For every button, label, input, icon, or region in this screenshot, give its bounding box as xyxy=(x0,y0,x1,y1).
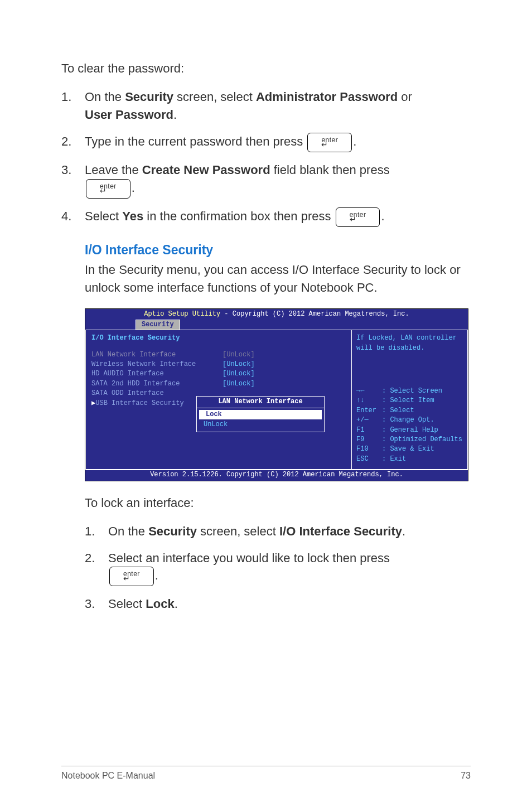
bios-header-copy: - Copyright (C) 2012 American Megatrends… xyxy=(220,310,409,318)
bios-screenshot: Aptio Setup Utility - Copyright (C) 2012… xyxy=(85,308,468,481)
t: Create New Password xyxy=(142,163,270,177)
popup-item-unlock: UnLock xyxy=(197,420,324,429)
bios-footer: Version 2.15.1226. Copyright (C) 2012 Am… xyxy=(85,470,468,480)
hint-k: →← xyxy=(356,386,382,396)
t: Yes xyxy=(122,209,143,223)
hint-v: : Save & Exit xyxy=(382,445,434,454)
t: . xyxy=(173,108,177,122)
bios-row-value: [UnLock] xyxy=(223,379,255,389)
t: On the xyxy=(85,90,125,104)
t: Security xyxy=(148,524,197,538)
step-num: 2. xyxy=(85,549,108,587)
bios-row-value: [UnLock] xyxy=(223,369,255,379)
hint-v: : Optimized Defaults xyxy=(382,435,462,445)
step-2: 2. Type in the current password then pre… xyxy=(61,133,471,152)
t: screen, select xyxy=(197,524,279,538)
bios-row-sata2: SATA 2nd HDD Interface[UnLock] xyxy=(91,379,347,389)
bios-hint-keys: →←: Select Screen ↑↓: Select Item Enter:… xyxy=(356,386,463,464)
bios-main-panel: I/O Interface Security LAN Network Inter… xyxy=(85,330,352,470)
t: . xyxy=(353,134,356,148)
hint-k: +/— xyxy=(356,416,382,425)
t: Select xyxy=(108,597,146,611)
step-num: 3. xyxy=(85,595,108,613)
popup-title: LAN Network Interface xyxy=(197,397,324,408)
enter-key-icon: enter↵ xyxy=(86,179,130,199)
io-section-title: I/O Interface Security xyxy=(85,243,471,258)
t: or xyxy=(398,90,412,104)
enter-key-icon: enter↵ xyxy=(336,207,380,227)
t: Security xyxy=(125,90,173,104)
t: On the xyxy=(108,524,148,538)
t: field blank then press xyxy=(270,163,390,177)
bios-row-label: SATA 2nd HDD Interface xyxy=(91,379,223,389)
t: . xyxy=(175,597,178,611)
step-3: 3. Leave the Create New Password field b… xyxy=(61,161,471,199)
hint-k: ↑↓ xyxy=(356,396,382,405)
bios-row-wireless: Wireless Network Interface[UnLock] xyxy=(91,360,347,369)
hint-v: : Select Item xyxy=(382,396,434,405)
bios-header: Aptio Setup Utility - Copyright (C) 2012… xyxy=(85,309,468,319)
t: . xyxy=(402,524,405,538)
hint-v: : Select Screen xyxy=(382,386,442,396)
enter-key-icon: enter↵ xyxy=(307,133,352,152)
t: . xyxy=(381,209,384,223)
footer-manual-name: Notebook PC E-Manual xyxy=(61,771,155,781)
hint-k: F1 xyxy=(356,426,382,435)
bios-main-title: I/O Interface Security xyxy=(91,334,347,343)
t: . xyxy=(155,569,158,583)
t: Select xyxy=(85,209,122,223)
t: in the confirmation box then press xyxy=(143,209,334,223)
t: Leave the xyxy=(85,163,142,177)
t: screen, select xyxy=(173,90,256,104)
bios-header-title: Aptio Setup Utility xyxy=(144,310,220,318)
bios-row-label: LAN Network Interface xyxy=(91,350,223,360)
bios-body: I/O Interface Security LAN Network Inter… xyxy=(85,330,468,470)
bios-row-hdaudio: HD AUDIO Interface[UnLock] xyxy=(91,369,347,379)
t: Lock xyxy=(146,597,174,611)
step-body: On the Security screen, select I/O Inter… xyxy=(108,523,471,540)
hint-k: Enter xyxy=(356,406,382,416)
hint-k: F9 xyxy=(356,435,382,445)
io-section-text: In the Security menu, you can access I/O… xyxy=(85,261,471,297)
page-footer: Notebook PC E-Manual 73 xyxy=(61,766,471,781)
hint-v: : General Help xyxy=(382,426,438,435)
step-num: 1. xyxy=(61,88,85,124)
hint-v: : Select xyxy=(382,406,414,416)
step-4: 4. Select Yes in the confirmation box th… xyxy=(61,207,471,227)
step-1: 1. On the Security screen, select I/O In… xyxy=(85,523,471,540)
step-1: 1. On the Security screen, select Admini… xyxy=(61,88,471,124)
bios-row-label: HD AUDIO Interface xyxy=(91,369,223,379)
t: I/O Interface Security xyxy=(279,524,402,538)
hint-v: : Change Opt. xyxy=(382,416,434,425)
t: User Password xyxy=(85,108,173,122)
step-body: Select an interface you would like to lo… xyxy=(108,549,471,587)
step-2: 2. Select an interface you would like to… xyxy=(85,549,471,587)
step-num: 2. xyxy=(61,133,85,152)
lead-clear-password: To clear the password: xyxy=(61,61,471,76)
step-body: Leave the Create New Password field blan… xyxy=(85,161,471,199)
step-body: Select Lock. xyxy=(108,595,471,613)
bios-popup: LAN Network Interface Lock UnLock xyxy=(196,396,325,432)
step-body: Type in the current password then press … xyxy=(85,133,471,152)
bios-hint-top: If Locked, LAN controller will be disabl… xyxy=(356,334,463,353)
footer-page-number: 73 xyxy=(461,771,471,781)
hint-v: : Exit xyxy=(382,455,406,464)
t: Select an interface you would like to lo… xyxy=(108,551,390,565)
t: Type in the current password then press xyxy=(85,134,306,148)
step-3: 3. Select Lock. xyxy=(85,595,471,613)
lead-lock-interface: To lock an interface: xyxy=(85,496,471,510)
step-num: 1. xyxy=(85,523,108,540)
enter-key-icon: enter↵ xyxy=(109,567,154,586)
t: Administrator Password xyxy=(256,90,398,104)
popup-item-lock: Lock xyxy=(199,410,322,419)
hint-k: ESC xyxy=(356,455,382,464)
bios-row-label: Wireless Network Interface xyxy=(91,360,223,369)
hint-k: F10 xyxy=(356,445,382,454)
bios-tab-row: Security xyxy=(85,320,468,330)
bios-row-value: [UnLock] xyxy=(223,350,255,360)
steps-lock-interface: 1. On the Security screen, select I/O In… xyxy=(85,523,471,613)
bios-tab-security: Security xyxy=(136,320,180,330)
step-num: 3. xyxy=(61,161,85,199)
step-body: On the Security screen, select Administr… xyxy=(85,88,471,124)
bios-row-value: [UnLock] xyxy=(223,360,255,369)
